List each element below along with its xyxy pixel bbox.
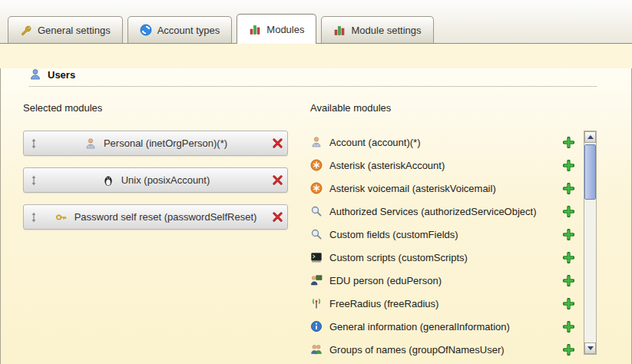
available-module-label: Groups of names (groupOfNamesUser) — [329, 344, 556, 356]
asterisk-icon — [310, 159, 323, 171]
tab-label: Account types — [157, 25, 220, 36]
add-module-button[interactable] — [563, 298, 574, 309]
green-plus-icon — [563, 344, 574, 356]
tab-label: Modules — [266, 24, 304, 35]
scrollbar[interactable] — [584, 131, 597, 355]
teacher-icon — [310, 274, 323, 286]
add-module-button[interactable] — [563, 183, 574, 194]
green-plus-icon — [563, 137, 574, 148]
selected-module-row[interactable]: Personal (inetOrgPerson)(*) — [23, 131, 288, 156]
selected-module-content: Unix (posixAccount) — [40, 174, 272, 187]
radio-signal-icon — [310, 297, 323, 309]
drag-handle-icon[interactable] — [28, 211, 40, 223]
person-icon — [310, 136, 323, 148]
scroll-up-button[interactable] — [584, 131, 596, 143]
selected-module-row[interactable]: Password self reset (passwordSelfReset) — [23, 204, 288, 230]
add-module-button[interactable] — [563, 344, 574, 356]
available-module-row: General information (generalInformation) — [310, 315, 584, 338]
available-modules-list-wrap: Account (account)(*) Asterisk (asteriskA… — [310, 131, 597, 361]
green-plus-icon — [563, 160, 574, 171]
content-panel: Users Selected modules Personal (inetOrg… — [0, 68, 632, 364]
available-module-row: Asterisk (asteriskAccount) — [310, 154, 584, 177]
available-module-label: EDU person (eduPerson) — [329, 275, 556, 286]
remove-module-button[interactable] — [272, 174, 283, 186]
red-x-icon — [272, 174, 283, 186]
group-icon — [310, 343, 323, 356]
selected-module-row[interactable]: Unix (posixAccount) — [23, 167, 288, 193]
available-module-label: Asterisk voicemail (asteriskVoicemail) — [329, 183, 556, 194]
tab-account-types[interactable]: Account types — [127, 16, 233, 43]
section-title: Users — [48, 69, 75, 81]
bar-chart-icon — [249, 23, 261, 35]
available-modules-header: Available modules — [310, 102, 597, 114]
users-section-header: Users — [29, 68, 597, 87]
scroll-down-button[interactable] — [584, 342, 596, 354]
wrench-icon — [20, 24, 32, 36]
person-icon — [84, 137, 97, 150]
tab-label: Module settings — [351, 25, 421, 36]
selected-module-label: Personal (inetOrgPerson)(*) — [104, 137, 227, 149]
green-plus-icon — [563, 252, 574, 263]
selected-modules-column: Selected modules Personal (inetOrgPerson… — [23, 102, 288, 361]
add-module-button[interactable] — [563, 137, 574, 148]
refresh-icon — [140, 24, 152, 36]
green-plus-icon — [563, 321, 574, 333]
available-module-row: Account (account)(*) — [310, 131, 584, 154]
available-module-label: Custom scripts (customScripts) — [329, 252, 556, 263]
available-module-row: Authorized Services (authorizedServiceOb… — [310, 200, 584, 223]
available-module-label: Account (account)(*) — [329, 137, 556, 148]
remove-module-button[interactable] — [272, 137, 283, 149]
selected-module-label: Password self reset (passwordSelfReset) — [74, 211, 257, 223]
selected-module-content: Personal (inetOrgPerson)(*) — [40, 137, 272, 150]
available-module-row: FreeRadius (freeRadius) — [310, 292, 584, 315]
tab-label: General settings — [38, 25, 111, 36]
lam-configuration-page: General settings Account types Modules M… — [0, 0, 632, 364]
add-module-button[interactable] — [563, 321, 574, 333]
available-module-row: EDU person (eduPerson) — [310, 269, 584, 292]
modules-columns: Selected modules Personal (inetOrgPerson… — [23, 102, 597, 361]
available-module-label: Asterisk (asteriskAccount) — [329, 160, 556, 171]
selected-module-label: Unix (posixAccount) — [121, 174, 210, 186]
green-plus-icon — [563, 275, 574, 286]
green-plus-icon — [563, 229, 574, 240]
tab-module-settings[interactable]: Module settings — [321, 16, 433, 43]
available-module-label: General information (generalInformation) — [329, 321, 556, 333]
magnifier-icon — [310, 205, 323, 217]
selected-modules-header: Selected modules — [23, 102, 288, 114]
penguin-icon — [102, 174, 114, 187]
available-module-label: Custom fields (customFields) — [329, 229, 556, 240]
magnifier-icon — [310, 228, 323, 240]
available-modules-column: Available modules Account (account)(*) — [310, 102, 597, 361]
green-plus-icon — [563, 298, 574, 309]
add-module-button[interactable] — [563, 160, 574, 171]
add-module-button[interactable] — [563, 206, 574, 217]
tab-general-settings[interactable]: General settings — [8, 16, 123, 43]
green-plus-icon — [563, 206, 574, 217]
available-module-label: FreeRadius (freeRadius) — [329, 298, 556, 309]
down-arrow-icon — [587, 346, 594, 350]
available-module-row: Asterisk voicemail (asteriskVoicemail) — [310, 177, 584, 200]
green-plus-icon — [563, 183, 574, 194]
add-module-button[interactable] — [563, 229, 574, 240]
add-module-button[interactable] — [563, 252, 574, 263]
available-module-label: Authorized Services (authorizedServiceOb… — [329, 206, 556, 217]
scrollbar-thumb[interactable] — [584, 144, 596, 200]
add-module-button[interactable] — [563, 275, 574, 286]
asterisk-icon — [310, 182, 323, 194]
tab-modules[interactable]: Modules — [237, 14, 316, 44]
red-x-icon — [272, 137, 283, 149]
drag-handle-icon[interactable] — [28, 137, 40, 150]
available-module-row: Custom scripts (customScripts) — [310, 246, 584, 269]
remove-module-button[interactable] — [272, 211, 283, 223]
red-x-icon — [272, 211, 283, 223]
key-icon — [55, 211, 68, 223]
up-arrow-icon — [587, 135, 594, 139]
drag-handle-icon[interactable] — [28, 174, 40, 187]
available-modules-list: Account (account)(*) Asterisk (asteriskA… — [310, 131, 584, 361]
available-module-row: Custom fields (customFields) — [310, 223, 584, 246]
available-module-row: Groups of names (groupOfNamesUser) — [310, 338, 584, 361]
bar-chart-icon — [333, 24, 346, 36]
blue-person-icon — [29, 68, 41, 81]
selected-module-content: Password self reset (passwordSelfReset) — [40, 211, 272, 223]
tab-bar: General settings Account types Modules M… — [0, 0, 632, 44]
